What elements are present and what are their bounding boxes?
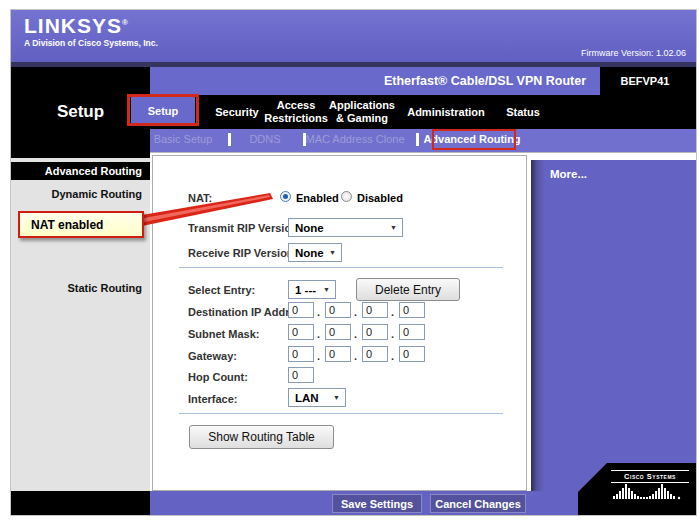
select-entry-value: 1 --- [295, 284, 316, 296]
destination-ip-octet-3[interactable] [362, 302, 388, 318]
router-admin-screen: LINKSYS® A Division of Cisco Systems, In… [0, 0, 700, 531]
tab-administration[interactable]: Administration [408, 95, 484, 129]
model-number: BEFVP41 [600, 67, 690, 95]
gateway-octet-1[interactable] [288, 346, 314, 362]
subnet-mask-octet-4[interactable] [399, 324, 425, 340]
linksys-tagline: A Division of Cisco Systems, Inc. [24, 39, 158, 48]
nat-disabled-radio[interactable] [341, 191, 352, 202]
section-divider [179, 413, 503, 414]
chevron-down-icon: ▼ [333, 394, 340, 401]
subnet-mask-label: Subnet Mask: [188, 328, 260, 340]
gateway-octet-3[interactable] [362, 346, 388, 362]
subnav-mac-address-clone[interactable]: MAC Address Clone [305, 133, 405, 148]
subnet-mask-octet-2[interactable] [325, 324, 351, 340]
section-divider [179, 267, 503, 268]
select-entry-select[interactable]: 1 --- ▼ [288, 280, 336, 299]
transmit-rip-select[interactable]: None ▼ [288, 218, 403, 237]
transmit-rip-value: None [295, 222, 324, 234]
help-panel: More... [531, 160, 696, 491]
subnet-mask-octet-3[interactable] [362, 324, 388, 340]
subnav-separator [416, 133, 419, 146]
product-name: Etherfast® Cable/DSL VPN Router [150, 67, 600, 95]
sidebar-label-static-routing: Static Routing [11, 282, 142, 294]
cisco-logo-text: Cisco Systems [611, 470, 689, 483]
firmware-version: Firmware Version: 1.02.06 [581, 48, 686, 58]
gateway-label: Gateway: [188, 350, 237, 362]
subnav-ddns[interactable]: DDNS [240, 133, 290, 148]
ip-dot: . [317, 350, 320, 362]
nat-enabled-label: Enabled [296, 192, 339, 204]
gateway-octet-2[interactable] [325, 346, 351, 362]
footer-left-filler [11, 491, 150, 515]
interface-value: LAN [295, 392, 319, 404]
linksys-logo-text: LINKSYS [24, 14, 122, 37]
cisco-systems-logo: Cisco Systems [611, 470, 689, 500]
cisco-bridge-icon [611, 483, 689, 500]
show-routing-table-button[interactable]: Show Routing Table [189, 425, 334, 449]
ip-dot: . [354, 328, 357, 340]
tab-access-restrictions[interactable]: Access Restrictions [264, 95, 328, 129]
sidebar-section-advanced-routing: Advanced Routing [11, 162, 150, 180]
chevron-down-icon: ▼ [329, 249, 336, 256]
destination-ip-octet-2[interactable] [325, 302, 351, 318]
registered-mark: ® [122, 18, 129, 27]
ip-dot: . [317, 328, 320, 340]
annotation-arrow [142, 188, 282, 233]
interface-label: Interface: [188, 393, 238, 405]
subnet-mask-octet-1[interactable] [288, 324, 314, 340]
delete-entry-button[interactable]: Delete Entry [356, 278, 460, 301]
select-entry-label: Select Entry: [188, 284, 255, 296]
more-link[interactable]: More... [550, 168, 587, 180]
annotation-callout-nat-enabled: NAT enabled [18, 211, 144, 238]
destination-ip-octet-4[interactable] [399, 302, 425, 318]
subnav-advanced-routing[interactable]: Advanced Routing [422, 133, 522, 148]
tab-setup[interactable]: Setup [131, 97, 195, 126]
linksys-logo: LINKSYS® A Division of Cisco Systems, In… [24, 15, 158, 48]
ip-dot: . [354, 306, 357, 318]
interface-select[interactable]: LAN ▼ [288, 388, 346, 407]
sidebar [11, 158, 150, 491]
subnav-basic-setup[interactable]: Basic Setup [150, 133, 216, 148]
hop-count-input[interactable] [288, 367, 314, 383]
destination-ip-octet-1[interactable] [288, 302, 314, 318]
chevron-down-icon: ▼ [390, 224, 397, 231]
ip-dot: . [354, 350, 357, 362]
sidebar-header-filler [11, 129, 150, 158]
header: LINKSYS® A Division of Cisco Systems, In… [11, 10, 696, 62]
ip-dot: . [317, 306, 320, 318]
cancel-changes-button[interactable]: Cancel Changes [430, 494, 526, 513]
ip-dot: . [391, 306, 394, 318]
receive-rip-select[interactable]: None ▼ [288, 243, 342, 262]
page-title: Setup [11, 96, 150, 128]
sidebar-label-dynamic-routing: Dynamic Routing [11, 188, 142, 200]
save-settings-button[interactable]: Save Settings [332, 494, 422, 513]
tab-security[interactable]: Security [206, 95, 268, 129]
hop-count-label: Hop Count: [188, 371, 248, 383]
gateway-octet-4[interactable] [399, 346, 425, 362]
receive-rip-label: Receive RIP Version: [188, 247, 297, 259]
receive-rip-value: None [295, 247, 324, 259]
ip-dot: . [391, 350, 394, 362]
tab-status[interactable]: Status [488, 95, 558, 129]
nat-disabled-label: Disabled [357, 192, 403, 204]
ip-dot: . [391, 328, 394, 340]
subnav-separator [228, 133, 231, 146]
chevron-down-icon: ▼ [323, 286, 330, 293]
tab-applications-gaming[interactable]: Applications & Gaming [328, 95, 396, 129]
